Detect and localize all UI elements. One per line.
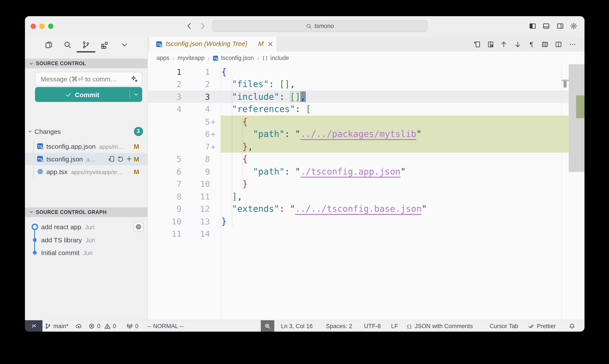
commit-message-input[interactable] (35, 72, 142, 86)
review-icon[interactable] (487, 40, 494, 48)
chevron-down-icon (28, 61, 34, 66)
pilcrow-icon[interactable]: ¶ (527, 40, 535, 48)
chevron-down-icon (28, 209, 34, 215)
breadcrumb-item-include[interactable]: include (262, 55, 289, 61)
code-line[interactable]: "files": [], (221, 78, 295, 90)
go-to-file-icon[interactable] (473, 40, 480, 48)
code-line[interactable]: { (221, 65, 227, 78)
sparkle-icon[interactable] (131, 75, 138, 83)
activity-item-extensions[interactable] (99, 39, 110, 50)
code-line[interactable]: } (221, 215, 227, 228)
status-item-json-with-comments[interactable]: {}JSON with Comments (406, 320, 473, 332)
status-item-utf-8[interactable]: UTF-8 (364, 320, 381, 332)
arrow-up-icon[interactable] (500, 40, 507, 48)
status-item-prettier[interactable]: Prettier (528, 320, 556, 332)
file-row-tsconfig.app.json[interactable]: TStsconfig.app.json apps/m…M (25, 140, 147, 153)
commit-dot-head (31, 224, 38, 230)
status-item-bell[interactable] (569, 320, 575, 332)
code-line[interactable]: } (221, 178, 248, 190)
status-item-0[interactable]: 0 (104, 320, 116, 332)
back-arrow-icon[interactable] (185, 22, 193, 30)
panel-right-icon[interactable] (557, 22, 564, 30)
changes-section-header[interactable]: Changes 3 (25, 126, 147, 137)
panel-bottom-icon[interactable] (543, 22, 550, 30)
arrow-down-icon[interactable] (514, 40, 521, 48)
code-token: ] (232, 191, 237, 201)
changes-file-list: TStsconfig.app.json apps/m…MTStsconfig.j… (25, 140, 147, 178)
code-line[interactable]: { (221, 153, 248, 165)
status-item-lf[interactable]: LF (391, 320, 398, 332)
map-icon[interactable] (541, 40, 548, 48)
status-item-spaces-2[interactable]: Spaces: 2 (326, 320, 352, 332)
code-line[interactable]: "references": [ (221, 103, 311, 115)
status-item-cursor-tab[interactable]: Cursor Tab (490, 320, 518, 332)
discard-icon[interactable] (117, 155, 124, 162)
commit-row[interactable]: add TS library Juri (25, 234, 147, 246)
file-row-tsconfig.json[interactable]: TStsconfig.json a…M (25, 153, 147, 165)
forward-arrow-icon[interactable] (199, 22, 207, 30)
code-token: "files" (232, 79, 269, 89)
code-token: { (242, 154, 248, 164)
command-center-search[interactable]: tsmono (212, 20, 428, 32)
close-window-button[interactable] (31, 23, 36, 29)
status-label: Ln 3, Col 16 (281, 323, 313, 329)
commit-author: Juri (86, 237, 95, 244)
commit-button[interactable]: Commit (35, 87, 142, 102)
file-row-app.tsx[interactable]: app.tsx apps/myviteapp/sr…M (25, 165, 147, 178)
warning-icon (104, 323, 111, 329)
breadcrumb-item-apps[interactable]: apps (157, 55, 169, 61)
commit-row[interactable]: add react app Juri (25, 221, 147, 234)
sidebar: SOURCE CONTROL Commit Changes 3 (25, 37, 148, 320)
status-item-ln-3-col-16[interactable]: Ln 3, Col 16 (281, 320, 313, 332)
status-item-0[interactable]: 0 (127, 320, 139, 332)
code-token: , (290, 79, 295, 89)
modified-line-number: 10 (183, 178, 210, 190)
modified-line-number: 4 (183, 103, 210, 115)
gear-icon[interactable] (570, 22, 578, 30)
code-line[interactable]: "include": [], (221, 90, 306, 103)
ellipsis-icon[interactable] (569, 40, 576, 48)
code-token: : " (285, 129, 300, 139)
commit-dropdown-button[interactable] (130, 91, 142, 98)
status-item-normal[interactable]: -- NORMAL -- (147, 320, 184, 332)
code-line[interactable]: { (221, 115, 248, 128)
remote-indicator[interactable] (25, 320, 42, 332)
status-item-cloud-upload[interactable] (75, 320, 82, 332)
breadcrumb-item-myviteapp[interactable]: myviteapp (178, 55, 205, 61)
panel-left-icon[interactable] (529, 22, 536, 30)
stage-plus-icon[interactable] (126, 155, 132, 162)
breadcrumb-item-tsconfig.json[interactable]: TStsconfig.json (213, 55, 254, 61)
vertical-scrollbar[interactable] (569, 64, 584, 172)
breadcrumb-separator: › (173, 54, 175, 62)
source-control-graph-header[interactable]: SOURCE CONTROL GRAPH (25, 207, 147, 217)
minimize-window-button[interactable] (39, 23, 45, 29)
zoom-window-button[interactable] (48, 23, 53, 29)
code-editor[interactable]: 11{22 "files": [],33 "include": [],44 "r… (148, 64, 584, 320)
code-line[interactable]: }, (221, 140, 253, 153)
activity-item-explorer[interactable] (43, 39, 54, 50)
open-file-icon[interactable] (108, 155, 115, 162)
source-control-header[interactable]: SOURCE CONTROL (25, 59, 147, 68)
code-token (221, 91, 232, 102)
modified-line-number: 13 (183, 215, 210, 228)
activity-item-source-control[interactable] (80, 39, 91, 50)
active-view-underline (77, 51, 95, 52)
code-line[interactable]: "path": "./tsconfig.app.json" (221, 165, 406, 178)
code-line[interactable]: "extends": "../../tsconfig.base.json" (221, 203, 427, 215)
activity-item-search[interactable] (62, 39, 73, 50)
commit-row[interactable]: Initial commit Juri (25, 246, 147, 259)
activity-item-chevron-down[interactable] (119, 39, 130, 50)
status-item-0[interactable]: 0 (88, 320, 100, 332)
commit-message: add TS library Juri (41, 236, 95, 244)
status-item-main[interactable]: main* (45, 320, 68, 332)
code-line[interactable]: "path": "../../packages/mytslib" (221, 128, 422, 140)
breadcrumb-label: myviteapp (178, 55, 205, 61)
target-icon[interactable] (133, 222, 143, 232)
current-line-highlight (148, 90, 569, 103)
code-line[interactable]: ], (221, 190, 242, 203)
zoom-indicator[interactable] (261, 320, 274, 332)
breadcrumb-label: tsconfig.json (221, 55, 254, 61)
split-icon[interactable] (555, 40, 562, 48)
status-label: JSON with Comments (415, 323, 473, 329)
commit-author: Juri (83, 250, 93, 257)
